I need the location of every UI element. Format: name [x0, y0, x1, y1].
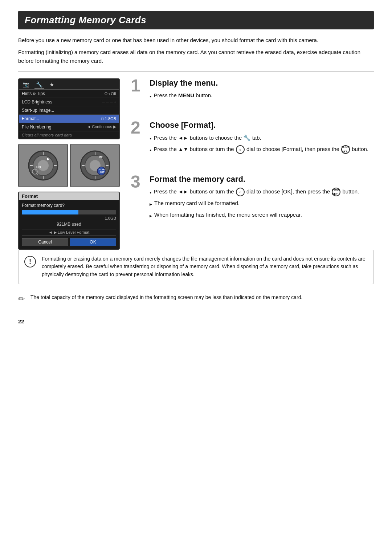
step-2-bullet-1: Press the ◄► buttons to choose the 🔧 tab…: [150, 134, 374, 142]
camera-dial-right: MF FUNC SET: [70, 144, 120, 187]
step-2-content: Choose [Format]. Press the ◄► buttons to…: [150, 120, 374, 157]
left-column: 📷 🔧 ★ Hints & Tips On Off LCD Brightness…: [18, 78, 120, 250]
step-3-bullet-2: The memory card will be formatted.: [150, 199, 374, 208]
step-2-bullet-2: Press the ▲▼ buttons or turn the ○ dial …: [150, 145, 374, 154]
format-used: 921MB used: [22, 222, 116, 227]
svg-text:DR: DR: [36, 165, 41, 169]
menu-screen: 📷 🔧 ★ Hints & Tips On Off LCD Brightness…: [18, 78, 120, 139]
step-1-title: Display the menu.: [150, 78, 374, 88]
notice-text: Formatting or erasing data on a memory c…: [42, 255, 368, 279]
format-ok-btn[interactable]: OK: [70, 238, 116, 246]
menu-tabs: 📷 🔧 ★: [19, 79, 119, 90]
format-screen: Format Format memory card? 1.8GB 921MB u…: [18, 192, 120, 250]
step-2-title: Choose [Format].: [150, 120, 374, 130]
intro-para1: Before you use a new memory card or one …: [18, 36, 374, 44]
pencil-text: The total capacity of the memory card di…: [30, 294, 302, 302]
menu-row-note: Clears all memory card data: [19, 131, 119, 139]
section-divider: [18, 71, 374, 72]
step-1-bullet-1: Press the MENU button.: [150, 91, 374, 100]
func-set-icon-2: FUNCSET: [332, 188, 340, 196]
format-buttons: Cancel OK: [22, 238, 116, 246]
step-3: 3 Format the memory card. Press the ◄► b…: [131, 175, 374, 222]
format-bar-fill: [22, 210, 78, 214]
func-set-icon: FUNCSET: [341, 145, 350, 154]
triangle-icon-2: [150, 211, 152, 220]
step-1-number: 1: [131, 77, 144, 94]
format-cancel-btn[interactable]: Cancel: [22, 238, 68, 246]
step-3-title: Format the memory card.: [150, 175, 374, 184]
svg-text:▶: ▶: [47, 157, 50, 161]
menu-row-lcd: LCD Brightness ─ ─ ─ +: [19, 98, 119, 106]
format-screen-title: Format: [19, 192, 119, 200]
dial-icon-2: ○: [236, 188, 245, 196]
step-1: 1 Display the menu. Press the MENU butto…: [131, 78, 374, 103]
triangle-icon: [150, 200, 152, 208]
tab-settings: 🔧: [34, 81, 44, 89]
menu-row-startup: Start-up Image...: [19, 106, 119, 115]
page-title: Formatting Memory Cards: [25, 15, 367, 26]
step-2: 2 Choose [Format]. Press the ◄► buttons …: [131, 120, 374, 157]
step-1-body: Press the MENU button.: [150, 91, 374, 100]
pencil-note: ✏ The total capacity of the memory card …: [18, 290, 374, 307]
bullet-icon: [150, 134, 151, 142]
step-3-body: Press the ◄► buttons or turn the ○ dial …: [150, 188, 374, 219]
format-capacity-bar: [22, 210, 116, 214]
svg-text:MF: MF: [99, 155, 103, 159]
step-3-number: 3: [131, 173, 144, 191]
svg-text:FUNC: FUNC: [99, 168, 106, 171]
step-1-content: Display the menu. Press the MENU button.: [150, 78, 374, 103]
camera-dial-left: DR ▶: [18, 144, 68, 187]
page-title-bar: Formatting Memory Cards: [18, 11, 374, 29]
menu-row-hints: Hints & Tips On Off: [19, 90, 119, 98]
step-2-divider: [131, 167, 374, 167]
pencil-icon: ✏: [18, 294, 25, 304]
right-column: 1 Display the menu. Press the MENU butto…: [131, 78, 374, 233]
intro-para2: Formatting (initializing) a memory card …: [18, 48, 374, 65]
format-capacity-label: 1.8GB: [22, 216, 116, 220]
step-2-body: Press the ◄► buttons to choose the 🔧 tab…: [150, 134, 374, 154]
format-screen-body: Format memory card? 1.8GB 921MB used ◄ ▶…: [19, 200, 119, 249]
step-1-divider: [131, 113, 374, 113]
step-2-number: 2: [131, 119, 144, 136]
step-3-content: Format the memory card. Press the ◄► but…: [150, 175, 374, 222]
menu-body: Hints & Tips On Off LCD Brightness ─ ─ ─…: [19, 90, 119, 139]
step-3-bullet-3: When formatting has finished, the menu s…: [150, 211, 374, 220]
menu-row-format: Format... □ 1.8GB: [19, 115, 119, 123]
format-question: Format memory card?: [22, 203, 116, 208]
dial-icon: ○: [236, 145, 245, 154]
bullet-icon: [150, 146, 151, 154]
notice-box: ! Formatting or erasing data on a memory…: [18, 250, 374, 284]
svg-text:SET: SET: [100, 171, 105, 173]
page-number: 22: [18, 318, 374, 324]
bullet-icon: [150, 188, 151, 196]
notice-icon: !: [24, 256, 36, 267]
step-3-bullet-1: Press the ◄► buttons or turn the ○ dial …: [150, 188, 374, 196]
tab-camera: 📷: [21, 81, 31, 89]
dial-svg-left: DR ▶: [27, 149, 60, 182]
camera-images: DR ▶ MF: [18, 144, 120, 187]
bullet-icon: [150, 92, 151, 100]
format-low-level: ◄ ▶ Low Level Format: [22, 229, 116, 236]
menu-row-filenumbering: File Numbering ◄ Continuous ▶: [19, 123, 119, 131]
main-content: 📷 🔧 ★ Hints & Tips On Off LCD Brightness…: [18, 78, 374, 250]
dial-svg-right: MF FUNC SET: [79, 149, 111, 182]
tab-star: ★: [48, 81, 56, 89]
